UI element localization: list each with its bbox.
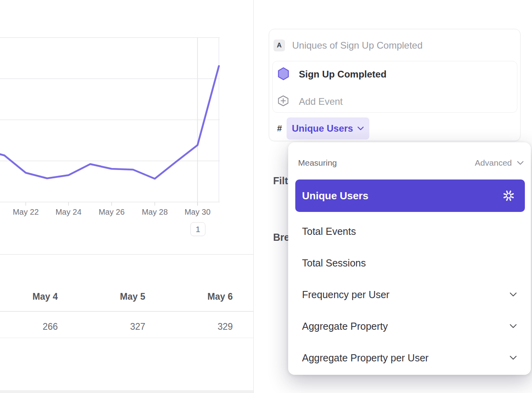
measurement-dropdown: Measuring Advanced Unique UsersTotal Eve… [288,142,531,375]
event-row-sign-up-completed[interactable]: Sign Up Completed [278,68,386,81]
dropdown-item-label: Total Sessions [302,257,366,269]
x-tick-label: May 28 [137,208,173,217]
dropdown-item-frequency-per-user[interactable]: Frequency per User [295,283,525,306]
table-header-separator [0,311,253,312]
measurement-selector[interactable]: Unique Users [287,117,369,140]
gear-icon[interactable] [502,189,515,202]
add-event-button[interactable]: Add Event [278,95,343,108]
metric-card: A Uniques of Sign Up Completed Sign Up C… [269,29,521,141]
event-hexagon-icon [278,67,289,82]
table-column-header: May 4 [0,291,58,302]
advanced-label: Advanced [475,158,512,168]
table-row-separator [0,338,253,338]
event-card: Sign Up Completed Add Event [272,61,517,113]
table-cell-value: 329 [154,321,233,332]
insights-report-screen: May 22May 24May 26May 28May 30 1 May 4Ma… [0,0,532,393]
horizontal-scrollbar[interactable] [0,390,253,393]
dropdown-item-unique-users[interactable]: Unique Users [295,179,525,212]
annotation-marker-badge[interactable]: 1 [190,222,205,236]
chevron-down-icon [357,127,364,130]
metric-card-header: A Uniques of Sign Up Completed [274,40,423,51]
table-column-header: May 6 [154,291,233,302]
chevron-down-icon [509,324,517,329]
dropdown-item-total-events[interactable]: Total Events [295,219,525,243]
metric-title: Uniques of Sign Up Completed [292,40,423,51]
dropdown-item-aggregate-property[interactable]: Aggregate Property [295,314,525,338]
measurement-row: # Unique Users [277,117,369,140]
filter-section-label: Filt [273,175,288,187]
x-tick-label: May 24 [51,208,86,217]
add-event-label: Add Event [299,96,343,107]
count-hash-icon: # [277,123,282,134]
dropdown-item-label: Unique Users [302,190,369,202]
breakdown-section-label: Bre [273,232,290,243]
dropdown-header: Measuring Advanced [298,158,524,168]
query-builder-pane: A Uniques of Sign Up Completed Sign Up C… [254,0,532,393]
chevron-down-icon [509,292,517,297]
series-a-badge: A [274,40,285,51]
dropdown-item-label: Frequency per User [302,289,390,300]
add-event-icon [278,95,289,108]
event-name-label: Sign Up Completed [299,69,386,80]
series-line[interactable] [0,66,219,179]
measurement-value: Unique Users [292,123,353,134]
chevron-down-icon [509,355,517,360]
x-tick-label: May 22 [8,208,44,217]
x-tick-label: May 26 [94,208,129,217]
measuring-label: Measuring [298,158,337,168]
dropdown-item-aggregate-property-per-user[interactable]: Aggregate Property per User [295,346,525,370]
dropdown-item-label: Aggregate Property [302,321,388,332]
dropdown-item-label: Aggregate Property per User [302,352,429,364]
chevron-down-icon [517,161,524,165]
table-cell-value: 266 [0,321,58,332]
data-table: May 4May 5May 6 266327329 [0,254,253,390]
advanced-toggle[interactable]: Advanced [475,158,524,168]
dropdown-item-total-sessions[interactable]: Total Sessions [295,251,525,275]
x-tick-label: May 30 [180,208,215,217]
chart-pane: May 22May 24May 26May 28May 30 1 May 4Ma… [0,0,253,393]
table-column-header: May 5 [66,291,145,302]
table-cell-value: 327 [66,321,145,332]
dropdown-item-label: Total Events [302,226,356,237]
